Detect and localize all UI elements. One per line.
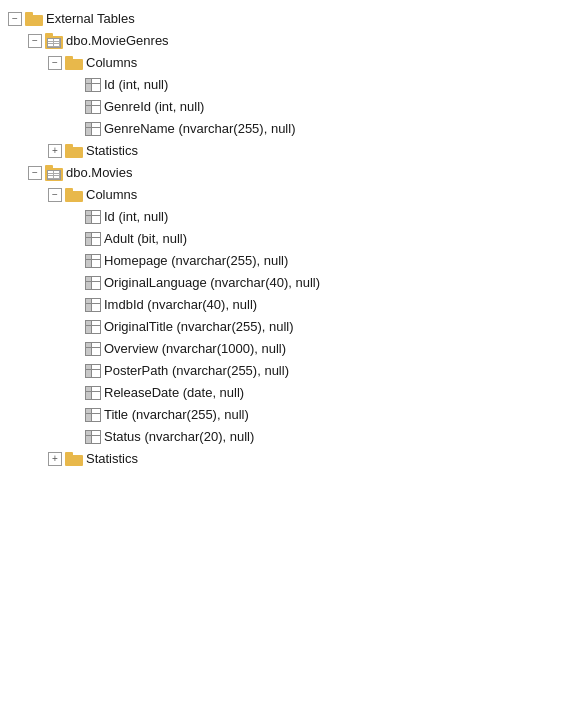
tree-item-label: ReleaseDate (date, null) [104, 382, 244, 404]
tree-item-label: PosterPath (nvarchar(255), null) [104, 360, 289, 382]
tree-item-label: Statistics [86, 140, 138, 162]
tree-item-moviegenres-statistics[interactable]: +Statistics [4, 140, 578, 162]
collapse-toggle[interactable]: − [48, 188, 62, 202]
tree-item-mv-col-adult[interactable]: Adult (bit, null) [4, 228, 578, 250]
tree-item-moviegenres-columns-group[interactable]: −Columns [4, 52, 578, 74]
toggle-spacer [68, 210, 82, 224]
toggle-spacer [68, 254, 82, 268]
toggle-spacer [68, 276, 82, 290]
column-icon [85, 430, 101, 444]
column-icon [85, 210, 101, 224]
tree-item-label: ImdbId (nvarchar(40), null) [104, 294, 257, 316]
tree-item-mv-col-releasedate[interactable]: ReleaseDate (date, null) [4, 382, 578, 404]
tree-item-label: Id (int, null) [104, 206, 168, 228]
tree-item-mv-col-title[interactable]: Title (nvarchar(255), null) [4, 404, 578, 426]
toggle-spacer [68, 408, 82, 422]
column-icon [85, 408, 101, 422]
toggle-spacer [68, 342, 82, 356]
tree-item-label: GenreName (nvarchar(255), null) [104, 118, 295, 140]
tree-item-label: dbo.Movies [66, 162, 132, 184]
toggle-spacer [68, 430, 82, 444]
tree-item-label: External Tables [46, 8, 135, 30]
toggle-spacer [68, 78, 82, 92]
column-icon [85, 386, 101, 400]
column-icon [85, 78, 101, 92]
folder-icon [65, 56, 83, 70]
folder-icon [25, 12, 43, 26]
tree-item-dbo-moviegenres[interactable]: − dbo.MovieGenres [4, 30, 578, 52]
tree-item-mv-col-id[interactable]: Id (int, null) [4, 206, 578, 228]
expand-toggle[interactable]: + [48, 144, 62, 158]
expand-toggle[interactable]: + [48, 452, 62, 466]
tree-item-label: OriginalTitle (nvarchar(255), null) [104, 316, 294, 338]
tree-item-mg-col-id[interactable]: Id (int, null) [4, 74, 578, 96]
tree-item-label: dbo.MovieGenres [66, 30, 169, 52]
tree-item-dbo-movies[interactable]: − dbo.Movies [4, 162, 578, 184]
tree-item-movies-statistics[interactable]: +Statistics [4, 448, 578, 470]
column-icon [85, 232, 101, 246]
tree-item-label: Homepage (nvarchar(255), null) [104, 250, 288, 272]
column-icon [85, 100, 101, 114]
database-tree: −External Tables− dbo.MovieGenres−Column… [0, 0, 582, 478]
tree-item-label: Statistics [86, 448, 138, 470]
tree-item-label: Adult (bit, null) [104, 228, 187, 250]
external-table-icon [45, 33, 63, 49]
tree-item-mv-col-posterpath[interactable]: PosterPath (nvarchar(255), null) [4, 360, 578, 382]
tree-item-mv-col-originaltitle[interactable]: OriginalTitle (nvarchar(255), null) [4, 316, 578, 338]
tree-item-label: Overview (nvarchar(1000), null) [104, 338, 286, 360]
collapse-toggle[interactable]: − [8, 12, 22, 26]
column-icon [85, 122, 101, 136]
folder-icon [65, 452, 83, 466]
toggle-spacer [68, 386, 82, 400]
tree-item-external-tables[interactable]: −External Tables [4, 8, 578, 30]
toggle-spacer [68, 100, 82, 114]
tree-item-label: GenreId (int, null) [104, 96, 204, 118]
collapse-toggle[interactable]: − [28, 34, 42, 48]
column-icon [85, 276, 101, 290]
tree-item-label: OriginalLanguage (nvarchar(40), null) [104, 272, 320, 294]
tree-item-label: Id (int, null) [104, 74, 168, 96]
column-icon [85, 364, 101, 378]
collapse-toggle[interactable]: − [28, 166, 42, 180]
tree-item-mv-col-homepage[interactable]: Homepage (nvarchar(255), null) [4, 250, 578, 272]
tree-item-mv-col-overview[interactable]: Overview (nvarchar(1000), null) [4, 338, 578, 360]
tree-item-mv-col-imdbid[interactable]: ImdbId (nvarchar(40), null) [4, 294, 578, 316]
toggle-spacer [68, 122, 82, 136]
toggle-spacer [68, 320, 82, 334]
toggle-spacer [68, 232, 82, 246]
toggle-spacer [68, 364, 82, 378]
folder-icon [65, 188, 83, 202]
tree-item-mv-col-originallanguage[interactable]: OriginalLanguage (nvarchar(40), null) [4, 272, 578, 294]
tree-item-label: Columns [86, 52, 137, 74]
folder-icon [65, 144, 83, 158]
column-icon [85, 254, 101, 268]
tree-item-mv-col-status[interactable]: Status (nvarchar(20), null) [4, 426, 578, 448]
collapse-toggle[interactable]: − [48, 56, 62, 70]
tree-item-mg-col-genreid[interactable]: GenreId (int, null) [4, 96, 578, 118]
external-table-icon [45, 165, 63, 181]
tree-item-mg-col-genrename[interactable]: GenreName (nvarchar(255), null) [4, 118, 578, 140]
column-icon [85, 342, 101, 356]
tree-item-label: Columns [86, 184, 137, 206]
toggle-spacer [68, 298, 82, 312]
tree-item-label: Status (nvarchar(20), null) [104, 426, 254, 448]
tree-item-label: Title (nvarchar(255), null) [104, 404, 249, 426]
tree-item-movies-columns-group[interactable]: −Columns [4, 184, 578, 206]
column-icon [85, 320, 101, 334]
column-icon [85, 298, 101, 312]
